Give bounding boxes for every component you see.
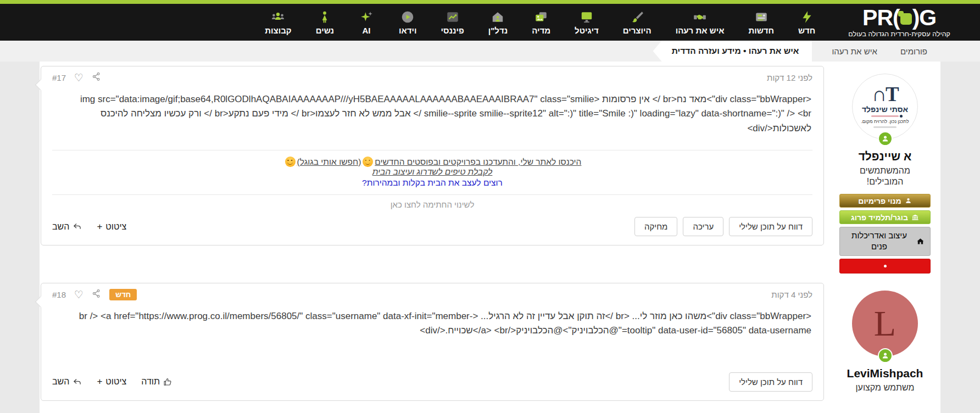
brand-microtext <box>873 126 897 128</box>
thumbs-up-icon <box>163 377 172 387</box>
house-person-icon <box>489 10 506 24</box>
top-navigation-bar: PR()G קהילה עסקית-חרדית הגדולה בעולם חדש… <box>0 0 980 41</box>
person-icon <box>881 351 889 360</box>
signature-link-design[interactable]: רוצים לעצב את הבית בקלות ובמהירות? <box>52 178 812 188</box>
nav-item-video[interactable]: וידאו <box>399 10 417 35</box>
thread-view: ∩T אסתי שינפלד לתכנן נכון. להרויח מקום. … <box>40 62 940 413</box>
logo-text-pr: PR <box>862 7 893 29</box>
share-icon[interactable] <box>92 289 101 300</box>
person-icon <box>881 135 889 143</box>
post-footer: דווח על תוכן שלילי תודה ציטוט+ השב <box>41 366 823 400</box>
brand-tagline: לתכנן נכון. להרויח מקום. <box>861 119 909 124</box>
avatar-letter: L <box>874 305 896 342</box>
signature-link-site[interactable]: היכנסו לאתר שלי, והתעדכנו בפרויקטים ובפו… <box>375 157 581 166</box>
quote-button[interactable]: ציטוט+ <box>97 376 126 387</box>
monitor-icon <box>578 10 595 24</box>
reply-button[interactable]: השב <box>52 222 82 232</box>
moderation-actions: דווח על תוכן שלילי עריכה מחיקה <box>634 217 812 236</box>
logo-paren-open: ( <box>893 7 900 29</box>
post-body-text: <div class="bbWrapper">משהו כאן מוזר לי.… <box>41 303 823 353</box>
post-header-icons: #17 ♡ <box>52 72 101 83</box>
person-icon <box>905 197 912 204</box>
bank-icon <box>911 214 919 221</box>
nav-item-creators[interactable]: היוצרים <box>623 10 652 35</box>
post-number[interactable]: #18 <box>52 290 66 299</box>
user-badges: מנוי פרימיום בוגר/תלמיד פרוג עיצוב ואדרי… <box>839 194 931 274</box>
nav-item-realestate[interactable]: נדל"ן <box>488 10 508 35</box>
online-badge <box>878 348 893 363</box>
video-play-icon <box>399 10 416 24</box>
media-photos-icon <box>533 10 549 24</box>
thanks-button[interactable]: תודה <box>141 377 172 387</box>
share-icon[interactable] <box>92 72 101 83</box>
lightning-icon <box>799 10 815 24</box>
breadcrumb: פורומים איש את רעהו איש את רעהו • מידע ו… <box>0 41 980 62</box>
heart-icon[interactable]: ♡ <box>74 289 83 300</box>
brand-divider <box>871 115 899 117</box>
report-button[interactable]: דווח על תוכן שלילי <box>729 372 812 392</box>
quote-button[interactable]: ציטוט+ <box>97 221 126 232</box>
post-header: לפני 12 דקות #17 ♡ <box>41 66 823 86</box>
online-badge <box>878 131 893 146</box>
prog-logo[interactable]: PR()G קהילה עסקית-חרדית הגדולה בעולם <box>848 7 950 38</box>
breadcrumb-forums[interactable]: פורומים <box>900 47 927 56</box>
newspaper-icon <box>753 10 770 24</box>
edit-button[interactable]: עריכה <box>683 217 723 236</box>
logo-paren-close: ) <box>912 7 920 29</box>
woman-icon <box>316 10 333 24</box>
reply-arrow-icon <box>73 222 82 231</box>
nav-item-news[interactable]: חדשות <box>748 10 774 35</box>
reply-actions: ציטוט+ השב <box>52 221 126 232</box>
signature-link-google[interactable]: (חפשו אותי בגוגל) <box>297 157 361 166</box>
heart-icon[interactable]: ♡ <box>74 72 83 83</box>
username[interactable]: LeviMishpach <box>847 367 923 380</box>
signature-link-tips[interactable]: לקבלת טיפים לשדרוג ועיצוב הבית <box>372 167 493 176</box>
avatar[interactable]: L <box>852 291 918 356</box>
smiley-icon <box>363 157 373 167</box>
reply-arrow-icon <box>73 377 82 387</box>
nav-item-media[interactable]: מדיה <box>532 10 550 35</box>
badge-banner[interactable] <box>839 259 931 274</box>
paintbrush-icon <box>629 10 645 24</box>
post-footer: דווח על תוכן שלילי עריכה מחיקה ציטוט+ הש… <box>41 210 823 245</box>
nav-item-women[interactable]: נשים <box>316 10 334 35</box>
handshake-icon <box>692 10 708 24</box>
plus-icon: + <box>97 221 102 232</box>
post-header: לפני 4 דקות #18 ♡ חדש <box>41 283 823 303</box>
brand-monogram: ∩T <box>872 85 898 103</box>
moderation-actions: דווח על תוכן שלילי <box>729 372 812 392</box>
nav-item-mutual-help[interactable]: איש את רעהו <box>676 10 725 35</box>
username[interactable]: א שיינפלד <box>859 150 912 163</box>
breadcrumb-active-tab[interactable]: איש את רעהו • מידע ועזרה הדדית <box>653 41 812 62</box>
groups-icon <box>270 10 286 24</box>
badge-premium[interactable]: מנוי פרימיום <box>839 194 931 208</box>
post-body-text: <div class="bbWrapper">מאד נח<br /> אין … <box>41 86 823 150</box>
new-badge: חדש <box>109 289 137 300</box>
plus-icon: + <box>97 376 102 387</box>
ai-star-icon <box>358 10 375 24</box>
post-18-row: L LeviMishpach משתמש מקצוען לפני 4 דקות … <box>41 283 939 401</box>
post-timestamp: לפני 12 דקות <box>767 73 812 82</box>
nav-item-ai[interactable]: AI <box>358 10 375 35</box>
page: PR()G קהילה עסקית-חרדית הגדולה בעולם חדש… <box>0 0 980 413</box>
badge-interior-design[interactable]: עיצוב ואדריכלות פנים <box>839 227 931 256</box>
logo-tagline: קהילה עסקית-חרדית הגדולה בעולם <box>848 30 950 38</box>
smiley-icon <box>285 157 296 167</box>
badge-graduate[interactable]: בוגר/תלמיד פרוג <box>839 210 931 224</box>
brand-name: אסתי שינפלד <box>862 105 908 114</box>
nav-item-new[interactable]: חדש <box>798 10 815 35</box>
report-button[interactable]: דווח על תוכן שלילי <box>729 217 812 236</box>
reply-actions: תודה ציטוט+ השב <box>52 376 172 387</box>
post-17-card: לפני 12 דקות #17 ♡ <div class="bbWrapper… <box>41 66 824 245</box>
logo-text-g: G <box>919 7 936 29</box>
finance-chart-icon <box>444 10 461 24</box>
avatar[interactable]: ∩T אסתי שינפלד לתכנן נכון. להרויח מקום. <box>852 74 918 139</box>
nav-item-finance[interactable]: פיננסי <box>441 10 464 35</box>
nav-item-digital[interactable]: דיגיטל <box>575 10 599 35</box>
post-number[interactable]: #17 <box>52 73 66 82</box>
breadcrumb-section[interactable]: איש את רעהו <box>832 47 877 56</box>
nav-item-groups[interactable]: קבוצות <box>265 10 291 35</box>
delete-button[interactable]: מחיקה <box>634 217 677 236</box>
reply-button[interactable]: השב <box>52 377 82 387</box>
signature-change-note[interactable]: לשינוי החתימה לחצו כאן <box>52 194 812 210</box>
